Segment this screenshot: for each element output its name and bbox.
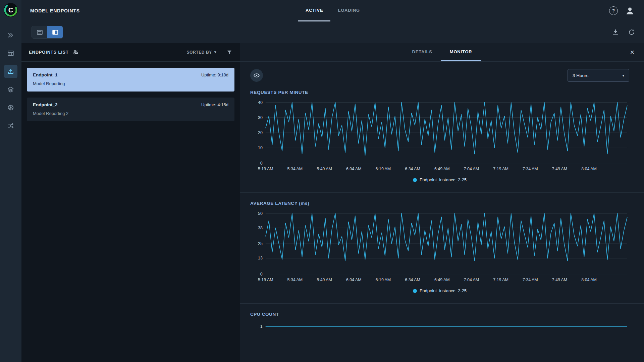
- download-icon[interactable]: [612, 28, 619, 36]
- svg-text:6:49 AM: 6:49 AM: [434, 167, 450, 171]
- endpoint-list-item[interactable]: Endpoint_2 Uptime: 4:15d Model Reporting…: [27, 98, 234, 121]
- svg-text:5:49 AM: 5:49 AM: [317, 278, 332, 282]
- main-column: MODEL ENDPOINTS ACTIVE LOADING ?: [21, 0, 644, 362]
- endpoint-description: Model Reporting: [33, 81, 228, 86]
- svg-text:50: 50: [258, 211, 263, 216]
- svg-text:10: 10: [258, 145, 263, 150]
- app-root: C MODEL ENDPOINTS ACTIVE LOADING: [0, 0, 644, 362]
- monitor-body: 3 Hours ▾ REQUESTS PER MINUTE 0102030405…: [240, 62, 644, 362]
- svg-text:5:19 AM: 5:19 AM: [258, 167, 273, 171]
- chart-legend: Endpoint_instance_2-25: [250, 177, 629, 182]
- legend-label: Endpoint_instance_2-25: [420, 288, 467, 293]
- refresh-icon[interactable]: [628, 28, 635, 36]
- endpoint-row: Endpoint_1 Uptime: 9:18d: [33, 72, 228, 77]
- top-actions: ?: [609, 5, 635, 16]
- svg-text:25: 25: [258, 241, 263, 246]
- svg-text:C: C: [8, 6, 13, 14]
- legend-label: Endpoint_instance_2-25: [420, 177, 467, 182]
- svg-text:40: 40: [258, 100, 263, 105]
- svg-text:0: 0: [260, 161, 263, 166]
- tab-monitor[interactable]: MONITOR: [441, 43, 481, 61]
- app-logo[interactable]: C: [3, 3, 18, 17]
- nav-workflows-icon[interactable]: [4, 119, 17, 132]
- svg-text:8:04 AM: 8:04 AM: [581, 278, 597, 282]
- nav-sessions-icon[interactable]: [4, 28, 17, 42]
- svg-text:7:19 AM: 7:19 AM: [493, 167, 508, 171]
- help-icon[interactable]: ?: [609, 6, 618, 15]
- time-range-value: 3 Hours: [573, 73, 588, 78]
- left-nav-rail: C: [0, 0, 21, 362]
- endpoint-uptime: Uptime: 9:18d: [201, 72, 228, 77]
- chart-title: AVERAGE LATENCY (ms): [250, 201, 629, 206]
- list-view-button[interactable]: [32, 26, 47, 38]
- header-tabs: ACTIVE LOADING: [298, 0, 367, 21]
- split-view-button[interactable]: [47, 26, 63, 38]
- tab-active[interactable]: ACTIVE: [298, 0, 330, 21]
- svg-text:5:49 AM: 5:49 AM: [317, 167, 332, 171]
- section-divider: [240, 303, 644, 304]
- content-split: ENDPOINTS LIST SORTED BY ▾ E: [21, 43, 644, 362]
- svg-text:1: 1: [260, 324, 263, 329]
- svg-text:6:34 AM: 6:34 AM: [405, 278, 420, 282]
- svg-text:20: 20: [258, 130, 263, 135]
- nav-layers-icon[interactable]: [4, 83, 17, 96]
- sorted-by-dropdown[interactable]: SORTED BY ▾: [186, 50, 216, 55]
- svg-text:13: 13: [258, 256, 263, 260]
- svg-text:6:04 AM: 6:04 AM: [346, 278, 362, 282]
- svg-text:6:49 AM: 6:49 AM: [434, 278, 450, 282]
- endpoint-uptime: Uptime: 4:15d: [201, 102, 228, 107]
- svg-text:7:34 AM: 7:34 AM: [523, 278, 538, 282]
- svg-text:7:49 AM: 7:49 AM: [552, 167, 568, 171]
- average-latency-section: AVERAGE LATENCY (ms) 0132538505:19 AM5:3…: [240, 201, 644, 293]
- cpu-count-section: CPU COUNT 1: [240, 312, 644, 362]
- endpoint-list-item[interactable]: Endpoint_1 Uptime: 9:18d Model Reporting: [27, 68, 234, 92]
- svg-text:0: 0: [260, 272, 263, 277]
- chart-legend: Endpoint_instance_2-25: [250, 288, 629, 293]
- svg-text:6:19 AM: 6:19 AM: [376, 278, 391, 282]
- endpoints-list-title: ENDPOINTS LIST: [29, 50, 69, 55]
- chevron-down-icon: ▾: [214, 50, 216, 54]
- section-divider: [240, 192, 644, 193]
- svg-text:30: 30: [258, 115, 263, 120]
- chart-title: CPU COUNT: [250, 312, 629, 317]
- nav-grid-icon[interactable]: [4, 47, 17, 60]
- endpoint-row: Endpoint_2 Uptime: 4:15d: [33, 102, 228, 107]
- detail-tabs: DETAILS MONITOR ✕: [240, 43, 644, 62]
- tune-icon[interactable]: [73, 49, 79, 55]
- visibility-toggle-button[interactable]: [250, 69, 263, 82]
- tab-details[interactable]: DETAILS: [404, 43, 441, 61]
- requests-per-minute-chart: 0102030405:19 AM5:34 AM5:49 AM6:04 AM6:1…: [250, 99, 629, 174]
- endpoints-list-header: ENDPOINTS LIST SORTED BY ▾: [21, 43, 240, 62]
- close-icon[interactable]: ✕: [629, 47, 636, 57]
- endpoint-name: Endpoint_1: [33, 72, 58, 77]
- svg-text:5:34 AM: 5:34 AM: [287, 167, 303, 171]
- svg-text:7:04 AM: 7:04 AM: [464, 167, 479, 171]
- time-range-select[interactable]: 3 Hours ▾: [568, 69, 629, 82]
- requests-per-minute-section: REQUESTS PER MINUTE 0102030405:19 AM5:34…: [240, 90, 644, 182]
- endpoint-description: Model Reporting 2: [33, 111, 228, 116]
- view-toggle: [32, 26, 63, 39]
- filter-icon[interactable]: [226, 49, 232, 55]
- tab-loading[interactable]: LOADING: [330, 0, 367, 21]
- svg-text:6:19 AM: 6:19 AM: [376, 167, 391, 171]
- top-bar: MODEL ENDPOINTS ACTIVE LOADING ?: [21, 0, 644, 21]
- page-title: MODEL ENDPOINTS: [30, 8, 80, 13]
- svg-text:6:04 AM: 6:04 AM: [346, 167, 362, 171]
- nav-model-endpoints-icon[interactable]: [4, 65, 17, 78]
- endpoints-list: Endpoint_1 Uptime: 9:18d Model Reporting…: [21, 62, 240, 127]
- endpoints-list-panel: ENDPOINTS LIST SORTED BY ▾ E: [21, 43, 240, 362]
- legend-dot-icon: [413, 289, 417, 293]
- monitor-controls: 3 Hours ▾: [240, 69, 644, 82]
- chevron-down-icon: ▾: [622, 74, 624, 77]
- sorted-by-label: SORTED BY: [186, 50, 212, 55]
- chart-title: REQUESTS PER MINUTE: [250, 90, 629, 95]
- svg-text:5:19 AM: 5:19 AM: [258, 278, 273, 282]
- user-avatar-icon[interactable]: [625, 5, 635, 16]
- svg-text:5:34 AM: 5:34 AM: [287, 278, 303, 282]
- endpoint-name: Endpoint_2: [33, 102, 58, 107]
- cpu-count-chart: 1: [250, 321, 629, 362]
- nav-applications-icon[interactable]: [4, 101, 17, 114]
- legend-dot-icon: [413, 178, 417, 182]
- svg-text:8:04 AM: 8:04 AM: [581, 167, 597, 171]
- average-latency-chart: 0132538505:19 AM5:34 AM5:49 AM6:04 AM6:1…: [250, 210, 629, 285]
